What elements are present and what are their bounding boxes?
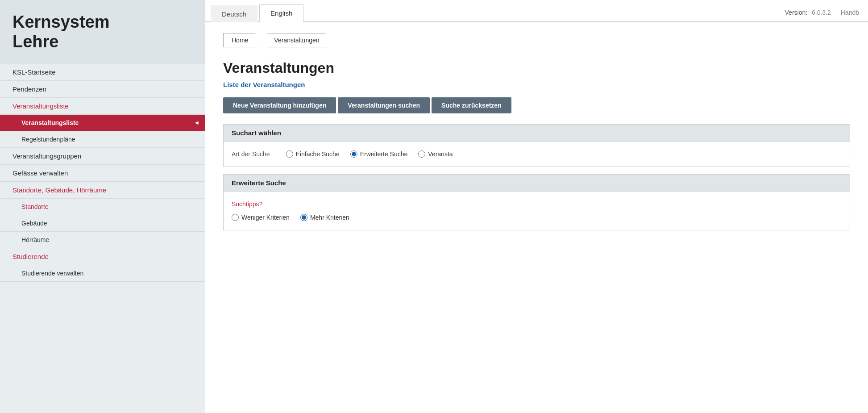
breadcrumb-current: Veranstaltungen [261,33,332,47]
content-area: Home Veranstaltungen Veranstaltungen Lis… [205,22,868,413]
btn-search-veranstaltungen[interactable]: Veranstaltungen suchen [338,97,430,113]
radio-erweiterte-suche-label: Erweiterte Suche [360,150,408,158]
sidebar-item-studierende-group[interactable]: Studierende [0,248,205,265]
suchart-label: Art der Suche [232,150,270,158]
suchart-body: Art der Suche Einfache Suche Erweiterte … [224,142,850,167]
version-label: Version: [785,9,808,16]
handb-label: Handb [841,9,859,16]
tab-deutsch[interactable]: Deutsch [211,5,257,22]
radio-mehr-kriterien-label: Mehr Kriterien [310,214,349,221]
sidebar-item-standorte[interactable]: Standorte [0,199,205,215]
suchart-section: Suchart wählen Art der Suche Einfache Su… [223,124,850,167]
sidebar-item-pendenzen[interactable]: Pendenzen [0,81,205,98]
sidebar-item-ksl-startseite[interactable]: KSL-Startseite [0,64,205,81]
tab-english[interactable]: English [259,4,303,22]
sidebar-item-veranstaltungsliste-active[interactable]: Veranstaltungsliste [0,115,205,131]
erweiterte-section: Erweiterte Suche Suchtipps? Weniger Krit… [223,174,850,230]
erweiterte-header: Erweiterte Suche [224,175,850,192]
sidebar-item-veranstaltungsliste-parent[interactable]: Veranstaltungsliste [0,98,205,115]
sidebar-item-gefaesse-verwalten[interactable]: Gefässe verwalten [0,165,205,182]
radio-mehr-kriterien[interactable]: Mehr Kriterien [300,214,349,221]
sidebar-logo: Kernsystem Lehre [0,0,205,64]
erweiterte-body: Suchtipps? Weniger Kriterien Mehr Kriter… [224,192,850,230]
sidebar: Kernsystem Lehre KSL-Startseite Pendenze… [0,0,205,413]
page-title: Veranstaltungen [223,60,850,76]
radio-mehr-kriterien-input[interactable] [300,214,307,221]
breadcrumb-current-box: Veranstaltungen [261,33,332,47]
sidebar-item-veranstaltungsgruppen[interactable]: Veranstaltungsgruppen [0,148,205,165]
app-title: Kernsystem Lehre [12,13,192,51]
radio-einfache-suche-label: Einfache Suche [296,150,340,158]
suchart-radio-row: Art der Suche Einfache Suche Erweiterte … [232,150,842,158]
radio-erweiterte-suche-input[interactable] [350,150,357,158]
kriterien-row: Weniger Kriterien Mehr Kriterien [232,214,842,221]
version-number: 6.0.3.2 [812,9,831,16]
btn-add-veranstaltung[interactable]: Neue Veranstaltung hinzufügen [223,97,336,113]
radio-erweiterte-suche[interactable]: Erweiterte Suche [350,150,408,158]
suchart-header: Suchart wählen [224,125,850,142]
main-area: Deutsch English Version: 6.0.3.2 Handb H… [205,0,868,413]
btn-reset-suche[interactable]: Suche zurücksetzen [432,97,511,113]
sidebar-item-studierende-verwalten[interactable]: Studierende verwalten [0,265,205,282]
sidebar-item-regelstundenplaene[interactable]: Regelstundenpläne [0,131,205,148]
tab-bar: Deutsch English Version: 6.0.3.2 Handb [205,0,868,22]
radio-veransta-suche[interactable]: Veransta [418,150,453,158]
radio-veransta-input[interactable] [418,150,425,158]
breadcrumb: Home Veranstaltungen [223,33,850,47]
action-buttons: Neue Veranstaltung hinzufügen Veranstalt… [223,97,850,113]
sidebar-nav: KSL-Startseite Pendenzen Veranstaltungsl… [0,64,205,413]
sidebar-item-gebaeude[interactable]: Gebäude [0,215,205,232]
breadcrumb-home[interactable]: Home [223,33,261,47]
sidebar-item-standorte-group[interactable]: Standorte, Gebäude, Hörräume [0,182,205,199]
version-info: Version: 6.0.3.2 Handb [785,9,863,21]
suchtipps-link[interactable]: Suchtipps? [232,200,842,208]
radio-weniger-kriterien-input[interactable] [232,214,239,221]
radio-weniger-kriterien-label: Weniger Kriterien [241,214,290,221]
breadcrumb-home-box[interactable]: Home [223,33,261,47]
sidebar-item-hoerraeme[interactable]: Hörräume [0,232,205,248]
radio-einfache-suche[interactable]: Einfache Suche [286,150,340,158]
radio-weniger-kriterien[interactable]: Weniger Kriterien [232,214,290,221]
radio-veransta-label: Veransta [428,150,453,158]
radio-einfache-suche-input[interactable] [286,150,293,158]
list-subtitle: Liste der Veranstaltungen [223,81,850,88]
